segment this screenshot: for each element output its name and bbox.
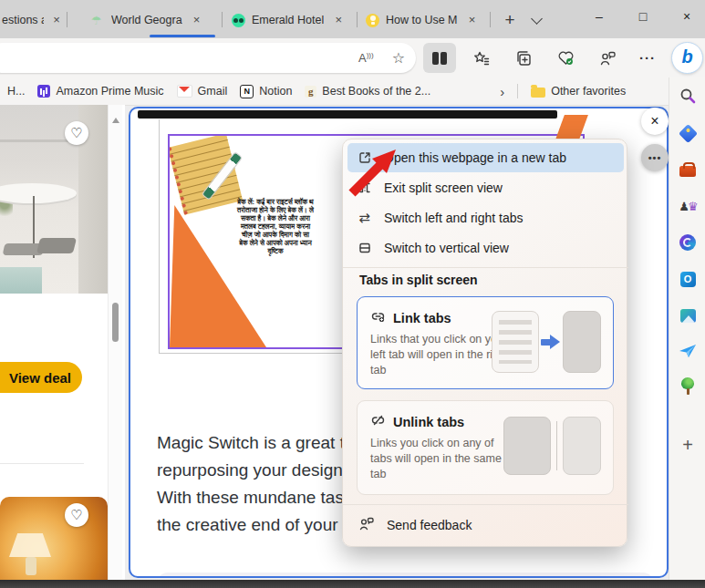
link-icon (370, 309, 386, 326)
bing-copilot-button[interactable]: b (671, 42, 703, 74)
other-favorites-folder[interactable]: Other favorites (531, 85, 626, 98)
ellipsis-icon: ••• (648, 152, 662, 163)
heart-pulse-icon (557, 50, 575, 67)
tab-how-to-use[interactable]: How to Use M × (366, 6, 486, 34)
plus-icon: + (682, 435, 693, 456)
link-tabs-option[interactable]: Link tabs Links that you click on your l… (357, 296, 614, 389)
new-tab-button[interactable]: + (498, 8, 522, 32)
tab-label: How to Use M (386, 14, 458, 26)
close-window-button[interactable]: × (671, 4, 702, 29)
tab-close-icon[interactable]: × (331, 13, 346, 27)
menu-section-title: Tabs in split screen (359, 273, 478, 287)
tab-divider (357, 12, 358, 27)
split-screen-button[interactable] (423, 43, 456, 73)
sidebar-outlook-button[interactable]: O (677, 268, 699, 290)
address-bar[interactable]: A))) ☆ (0, 43, 416, 73)
tab-close-icon[interactable]: × (51, 13, 62, 27)
view-deal-button[interactable]: View deal (0, 362, 82, 393)
add-favorite-star-icon[interactable]: ☆ (392, 49, 405, 67)
menu-item-vertical-view[interactable]: Switch to vertical view (347, 233, 624, 263)
heart-icon: ♡ (70, 125, 82, 141)
blue-arrow-icon (541, 333, 561, 351)
folder-icon (531, 88, 545, 98)
patio-umbrella (0, 183, 77, 203)
sidebar-tools-button[interactable] (677, 159, 699, 181)
sidebar-add-button[interactable]: + (677, 434, 699, 456)
sidebar-drop-button[interactable] (677, 340, 699, 362)
favorite-item-gmail[interactable]: Gmail (177, 85, 228, 98)
tab-actions-menu-button[interactable] (529, 14, 544, 28)
scrollbar-thumb[interactable] (112, 303, 119, 342)
swap-arrows-icon: ⇄ (357, 211, 372, 226)
tab-divider (67, 12, 67, 27)
read-aloud-icon[interactable]: A))) (358, 51, 374, 65)
unlink-tabs-option[interactable]: Unlink tabs Links you click on any of ta… (357, 400, 614, 495)
chevron-down-icon (531, 13, 543, 25)
sidebar-microsoft365-button[interactable] (677, 232, 699, 253)
favorites-bar: H... Amazon Prime Music Gmail N Notion g… (0, 77, 670, 106)
collections-button[interactable] (465, 43, 498, 73)
close-split-pane-button[interactable]: × (641, 108, 669, 135)
sidebar-tree-button[interactable] (677, 376, 699, 397)
amazon-music-icon (37, 85, 50, 98)
gmail-icon (177, 85, 192, 98)
left-pane-scrollbar[interactable] (108, 105, 122, 581)
favorite-item-notion[interactable]: N Notion (240, 85, 292, 98)
favorites-overflow-chevron[interactable]: › (500, 84, 504, 99)
search-icon (679, 87, 697, 105)
slide-hindi-text: ब्रेक लें: कई बार राइटर्स ब्लॉक थ तरोताज… (197, 198, 354, 255)
sidebar-shopping-button[interactable] (677, 122, 699, 144)
sidebar-search-button[interactable] (677, 85, 699, 107)
edge-sidebar: ♟♛ O + (669, 77, 705, 581)
tab-close-icon[interactable]: × (465, 13, 480, 27)
page-section-card (157, 573, 654, 578)
split-tab-indicator (150, 35, 215, 37)
star-list-icon (473, 50, 490, 67)
split-pane-more-options-button[interactable]: ••• (641, 144, 669, 171)
red-annotation-arrow (343, 144, 401, 201)
browser-window: estions and × ☂ World Geogra × Emerald H… (0, 0, 705, 588)
tab-questions[interactable]: estions and × (2, 6, 62, 34)
favorite-item-amazon-music[interactable]: Amazon Prime Music (37, 85, 163, 98)
menu-divider (343, 504, 628, 505)
favorite-item-best-books[interactable]: g Best Books of the 2... (305, 85, 430, 98)
heart-icon: ♡ (70, 507, 82, 523)
menu-item-switch-tabs[interactable]: ⇄ Switch left and right tabs (347, 203, 624, 232)
save-to-favorites-button[interactable]: ♡ (65, 121, 88, 145)
tab-close-icon[interactable]: × (190, 13, 204, 27)
add-to-collection-button[interactable] (507, 43, 540, 73)
hotel-listing-photo: ♡ (0, 105, 108, 294)
tab-label: Emerald Hotel (252, 14, 324, 26)
image-designer-icon (680, 309, 696, 323)
browser-essentials-button[interactable] (549, 43, 582, 73)
sidebar-games-button[interactable]: ♟♛ (677, 195, 699, 217)
broken-link-icon (370, 413, 386, 430)
tripadvisor-icon (232, 14, 245, 27)
paper-plane-icon (679, 343, 697, 359)
favorite-item-h[interactable]: H... (7, 85, 25, 98)
feedback-button[interactable] (591, 43, 624, 73)
tab-divider (222, 12, 223, 27)
left-split-pane: ♡ View deal ♡ (0, 105, 125, 581)
person-chat-icon (599, 50, 617, 67)
settings-more-button[interactable]: ··· (631, 43, 664, 73)
tab-emerald-hotel[interactable]: Emerald Hotel × (232, 6, 350, 34)
scroll-up-arrow[interactable] (112, 118, 119, 123)
maximize-button[interactable]: □ (627, 4, 658, 29)
menu-divider (343, 267, 628, 268)
toolbox-icon (679, 166, 696, 177)
tree-icon (679, 377, 696, 396)
browser-toolbar: A))) ☆ (0, 38, 705, 77)
unlink-tabs-illustration (503, 417, 602, 475)
lightbulb-icon (366, 14, 379, 27)
favorites-divider (517, 84, 518, 98)
split-screen-icon (432, 52, 447, 65)
sidebar-designer-button[interactable] (677, 304, 699, 326)
send-feedback-item[interactable]: Send feedback (347, 510, 624, 541)
close-icon: × (650, 113, 658, 129)
goodreads-icon: g (305, 86, 316, 98)
minimize-button[interactable]: – (584, 4, 615, 29)
link-tabs-illustration (492, 311, 601, 373)
tab-world-geography[interactable]: ☂ World Geogra × (91, 6, 217, 34)
save-to-favorites-button[interactable]: ♡ (65, 503, 88, 527)
